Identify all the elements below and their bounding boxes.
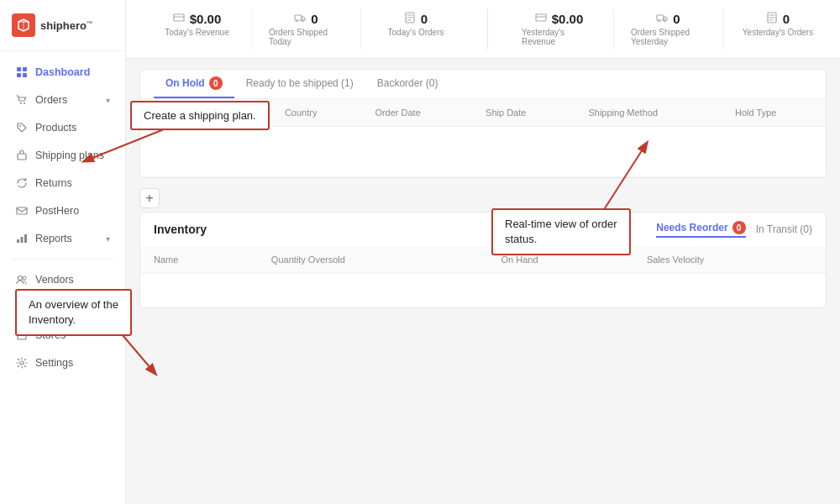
box-icon: [15, 149, 29, 162]
stat-label: Orders Shipped Yesterday: [631, 28, 706, 46]
sidebar-item-label: Products: [35, 122, 76, 134]
sidebar-item-label: Reports: [35, 233, 72, 244]
col-shipping-method: Shipping Method: [575, 99, 722, 127]
col-order-date: Order Date: [361, 99, 472, 127]
svg-point-13: [18, 276, 23, 281]
sidebar-navigation: Dashboard Orders ▾ Products Shipping pl: [0, 51, 125, 504]
col-sales-velocity: Sales Velocity: [633, 246, 826, 274]
col-name: Name: [140, 246, 258, 274]
sidebar-item-label: Settings: [35, 357, 73, 369]
svg-rect-2: [23, 67, 27, 71]
col-qty-oversold: Quantity Oversold: [258, 246, 488, 274]
tag-icon: [15, 121, 29, 134]
tab-backorder[interactable]: Backorder (0): [365, 71, 450, 97]
stat-orders-today: 0 Today's Orders: [361, 8, 470, 50]
sidebar-item-label: Returns: [35, 177, 72, 189]
stat-value: $0.00: [190, 12, 222, 26]
svg-point-5: [20, 102, 22, 104]
svg-point-20: [297, 20, 298, 22]
stats-bar: $0.00 Today's Revenue 0 Orders Shipped T…: [126, 0, 840, 59]
main-content: $0.00 Today's Revenue 0 Orders Shipped T…: [126, 0, 840, 504]
stat-label: Orders Shipped Today: [269, 28, 344, 46]
people-icon: [15, 273, 29, 286]
inventory-table: Name Quantity Oversold On Hand Sales Vel…: [140, 246, 826, 307]
empty-row: [140, 127, 826, 177]
svg-rect-3: [17, 73, 21, 77]
col-hold-type: Hold Type: [722, 99, 826, 127]
svg-point-6: [24, 102, 25, 104]
inventory-section: Inventory Needs Reorder 0 In Transit (0): [139, 212, 827, 308]
sidebar-item-returns[interactable]: Returns: [3, 170, 122, 197]
sidebar-item-label: Orders: [35, 94, 67, 106]
annotation-inventory: An overview of theInventory.: [15, 289, 132, 336]
inventory-header: Inventory Needs Reorder 0 In Transit (0): [140, 213, 826, 246]
needs-reorder-badge: 0: [732, 221, 746, 234]
inventory-control-bar: +: [139, 188, 827, 208]
svg-rect-19: [295, 15, 302, 20]
tab-in-transit[interactable]: In Transit (0): [756, 223, 812, 235]
orders-tabs: On Hold 0 Ready to be shipped (1) Backor…: [140, 70, 826, 99]
tab-on-hold[interactable]: On Hold 0: [154, 70, 234, 98]
orders-icon: [404, 12, 416, 26]
sidebar-item-posthero[interactable]: PostHero: [3, 197, 122, 224]
svg-point-26: [664, 20, 666, 22]
stat-shipped-today: 0 Orders Shipped Today: [252, 8, 361, 50]
mail-icon: [15, 204, 29, 218]
inventory-title: Inventory: [154, 223, 207, 236]
cart-icon: [15, 93, 29, 107]
svg-rect-8: [18, 154, 26, 160]
yesterday-stats: $0.00 Yesterday's Revenue 0 Orders Shipp…: [505, 8, 832, 50]
logo: shiphero™: [0, 0, 125, 51]
stat-value: $0.00: [552, 12, 584, 26]
sidebar-item-shipping-plans[interactable]: Shipping plans: [3, 142, 122, 169]
col-country: Country: [271, 99, 361, 127]
svg-point-25: [659, 20, 660, 22]
svg-rect-4: [23, 73, 27, 77]
svg-point-21: [302, 20, 304, 22]
sidebar: shiphero™ Dashboard Orders ▾: [0, 0, 126, 504]
svg-rect-23: [536, 14, 546, 21]
truck-icon-2: [656, 12, 668, 26]
sidebar-item-dashboard[interactable]: Dashboard: [3, 59, 122, 86]
sidebar-item-settings[interactable]: Settings: [3, 349, 122, 376]
grid-icon: [15, 66, 29, 79]
sidebar-item-label: Dashboard: [35, 66, 90, 78]
sidebar-item-orders[interactable]: Orders ▾: [3, 87, 122, 113]
stat-value: 0: [783, 12, 790, 26]
stat-shipped-yesterday: 0 Orders Shipped Yesterday: [614, 8, 723, 50]
col-ship-date: Ship Date: [472, 99, 575, 127]
revenue-icon-2: [535, 12, 547, 26]
chevron-down-icon: ▾: [106, 96, 110, 105]
tab-ready-to-ship[interactable]: Ready to be shipped (1): [234, 71, 365, 97]
svg-rect-11: [21, 237, 24, 243]
stat-label: Yesterday's Orders: [743, 28, 813, 37]
inventory-tabs: Needs Reorder 0 In Transit (0): [656, 221, 812, 238]
annotation-shipping-plan: Create a shipping plan.: [130, 101, 270, 130]
add-button[interactable]: +: [139, 188, 160, 208]
stat-revenue-yesterday: $0.00 Yesterday's Revenue: [505, 8, 614, 50]
stat-value: 0: [311, 12, 318, 26]
logo-text: shiphero™: [40, 19, 92, 32]
svg-point-14: [23, 276, 26, 280]
svg-rect-1: [17, 67, 21, 71]
stat-revenue-today: $0.00 Today's Revenue: [143, 8, 252, 50]
stat-value: 0: [673, 12, 680, 26]
chart-icon: [15, 232, 29, 245]
svg-point-7: [19, 125, 21, 127]
svg-rect-10: [17, 239, 19, 243]
revenue-icon: [173, 12, 185, 26]
stat-label: Yesterday's Revenue: [522, 28, 596, 46]
truck-icon: [294, 12, 306, 26]
orders-icon-2: [766, 12, 778, 26]
sidebar-item-label: PostHero: [35, 205, 79, 217]
stat-orders-yesterday: 0 Yesterday's Orders: [723, 8, 832, 50]
sidebar-item-label: Shipping plans: [35, 150, 104, 161]
annotation-order-status: Real-time view of orderstatus.: [491, 208, 631, 255]
sidebar-item-products[interactable]: Products: [3, 114, 122, 141]
today-stats: $0.00 Today's Revenue 0 Orders Shipped T…: [143, 8, 488, 50]
sidebar-item-reports[interactable]: Reports ▾: [3, 225, 122, 252]
tab-needs-reorder[interactable]: Needs Reorder 0: [656, 221, 745, 238]
empty-row: [140, 274, 826, 307]
svg-point-17: [20, 361, 24, 365]
sidebar-divider: [12, 259, 113, 260]
